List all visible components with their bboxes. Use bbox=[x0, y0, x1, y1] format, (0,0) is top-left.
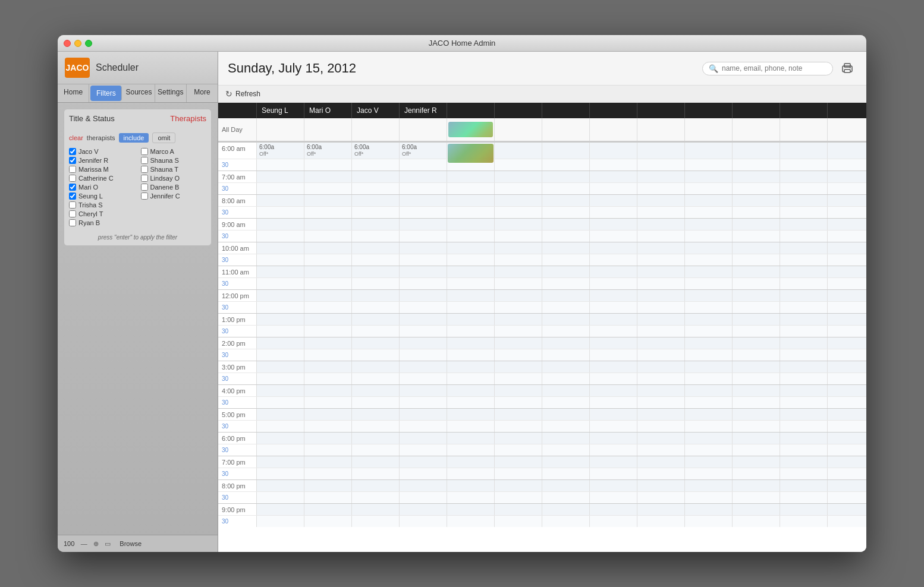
time-slot-cell[interactable] bbox=[590, 433, 637, 444]
time-slot-cell[interactable] bbox=[828, 456, 866, 468]
time-slot-cell[interactable] bbox=[780, 231, 828, 242]
time-slot-cell[interactable] bbox=[542, 433, 590, 444]
time-slot-cell[interactable] bbox=[733, 266, 780, 277]
time-slot-cell[interactable] bbox=[828, 397, 866, 408]
time-slot-cell[interactable] bbox=[542, 492, 590, 503]
time-slot-cell[interactable] bbox=[733, 183, 780, 194]
time-slot-cell[interactable] bbox=[637, 516, 685, 527]
time-slot-cell[interactable] bbox=[447, 492, 495, 503]
time-slot-cell[interactable] bbox=[685, 492, 733, 503]
time-slot-cell[interactable] bbox=[400, 219, 447, 230]
time-slot-cell[interactable] bbox=[780, 361, 828, 373]
time-slot-cell[interactable] bbox=[590, 171, 637, 182]
time-slot-cell[interactable] bbox=[304, 504, 352, 515]
time-slot-cell[interactable] bbox=[352, 290, 400, 301]
time-slot-cell[interactable] bbox=[828, 433, 866, 444]
time-slot-cell[interactable] bbox=[495, 456, 542, 468]
time-slot-cell[interactable] bbox=[637, 385, 685, 396]
time-slot-cell[interactable] bbox=[637, 337, 685, 349]
time-slot-cell[interactable] bbox=[733, 302, 780, 313]
time-slot-cell[interactable] bbox=[542, 159, 590, 171]
time-slot-cell[interactable] bbox=[352, 421, 400, 432]
time-slot-cell[interactable] bbox=[352, 195, 400, 206]
time-slot-cell[interactable] bbox=[495, 444, 542, 456]
time-slot-cell[interactable] bbox=[685, 195, 733, 206]
time-slot-cell[interactable] bbox=[542, 468, 590, 479]
time-slot-cell[interactable] bbox=[447, 219, 495, 230]
time-slot-cell[interactable] bbox=[637, 219, 685, 230]
time-slot-cell[interactable] bbox=[637, 290, 685, 301]
time-slot-cell[interactable] bbox=[590, 159, 637, 171]
time-slot-cell[interactable] bbox=[685, 337, 733, 349]
time-slot-cell[interactable] bbox=[542, 278, 590, 289]
time-slot-cell[interactable] bbox=[352, 361, 400, 373]
time-slot-cell[interactable] bbox=[733, 385, 780, 396]
time-slot-cell[interactable] bbox=[542, 231, 590, 242]
time-slot-cell[interactable] bbox=[400, 456, 447, 468]
time-slot-cell[interactable] bbox=[352, 504, 400, 515]
time-slot-cell[interactable] bbox=[352, 433, 400, 444]
time-slot-cell[interactable] bbox=[447, 516, 495, 527]
time-slot-cell[interactable] bbox=[495, 504, 542, 515]
time-slot-cell[interactable] bbox=[495, 302, 542, 313]
time-slot-cell[interactable] bbox=[637, 302, 685, 313]
time-slot-cell[interactable] bbox=[637, 397, 685, 408]
time-slot-cell[interactable] bbox=[590, 290, 637, 301]
time-slot-cell[interactable] bbox=[400, 314, 447, 325]
time-slot-cell[interactable] bbox=[495, 143, 542, 159]
time-slot-cell[interactable] bbox=[352, 302, 400, 313]
time-slot-cell[interactable] bbox=[447, 302, 495, 313]
time-slot-cell[interactable] bbox=[637, 231, 685, 242]
time-slot-cell[interactable] bbox=[637, 266, 685, 277]
time-slot-cell[interactable] bbox=[495, 278, 542, 289]
time-slot-cell[interactable] bbox=[780, 207, 828, 218]
time-slot-cell[interactable] bbox=[542, 183, 590, 194]
time-slot-cell[interactable] bbox=[257, 433, 304, 444]
time-slot-cell[interactable] bbox=[733, 242, 780, 254]
time-slot-cell[interactable] bbox=[400, 183, 447, 194]
time-slot-cell[interactable] bbox=[685, 143, 733, 159]
time-slot-cell[interactable] bbox=[400, 171, 447, 182]
refresh-button[interactable]: ↻ Refresh bbox=[225, 89, 260, 99]
time-slot-cell[interactable] bbox=[733, 143, 780, 159]
time-slot-cell[interactable] bbox=[447, 421, 495, 432]
time-slot-cell[interactable] bbox=[637, 326, 685, 337]
time-slot-cell[interactable] bbox=[304, 349, 352, 361]
close-button[interactable] bbox=[64, 40, 71, 47]
time-slot-cell[interactable] bbox=[495, 421, 542, 432]
time-slot-cell[interactable] bbox=[495, 397, 542, 408]
zoom-reset-icon[interactable]: ⊕ bbox=[91, 539, 100, 548]
time-slot-cell[interactable] bbox=[495, 492, 542, 503]
time-slot-cell[interactable] bbox=[400, 337, 447, 349]
time-slot-cell[interactable] bbox=[733, 171, 780, 182]
time-slot-cell[interactable] bbox=[257, 409, 304, 420]
time-slot-cell[interactable] bbox=[733, 373, 780, 384]
time-slot-cell[interactable] bbox=[304, 373, 352, 384]
time-slot-cell[interactable] bbox=[733, 159, 780, 171]
time-slot-cell[interactable] bbox=[257, 207, 304, 218]
time-slot-cell[interactable] bbox=[447, 409, 495, 420]
omit-button[interactable]: omit bbox=[152, 132, 175, 143]
time-slot-cell[interactable] bbox=[685, 373, 733, 384]
time-slot-cell[interactable] bbox=[733, 314, 780, 325]
print-button[interactable] bbox=[838, 59, 857, 78]
time-slot-cell[interactable] bbox=[400, 266, 447, 277]
time-slot-cell[interactable] bbox=[400, 231, 447, 242]
time-slot-cell[interactable] bbox=[637, 207, 685, 218]
time-slot-cell[interactable] bbox=[304, 385, 352, 396]
time-slot-cell[interactable] bbox=[447, 171, 495, 182]
time-slot-cell[interactable] bbox=[542, 456, 590, 468]
time-slot-cell[interactable] bbox=[828, 302, 866, 313]
time-slot-cell[interactable] bbox=[685, 516, 733, 527]
time-slot-cell[interactable] bbox=[685, 231, 733, 242]
time-slot-cell[interactable] bbox=[637, 504, 685, 515]
time-slot-cell[interactable] bbox=[685, 385, 733, 396]
therapist-checkbox-marcoa[interactable] bbox=[141, 148, 148, 155]
time-slot-cell[interactable] bbox=[400, 480, 447, 491]
time-slot-cell[interactable] bbox=[542, 314, 590, 325]
time-slot-cell[interactable] bbox=[400, 361, 447, 373]
time-slot-cell[interactable] bbox=[495, 183, 542, 194]
time-slot-cell[interactable] bbox=[257, 468, 304, 479]
time-slot-cell[interactable] bbox=[447, 195, 495, 206]
time-slot-cell[interactable] bbox=[590, 207, 637, 218]
